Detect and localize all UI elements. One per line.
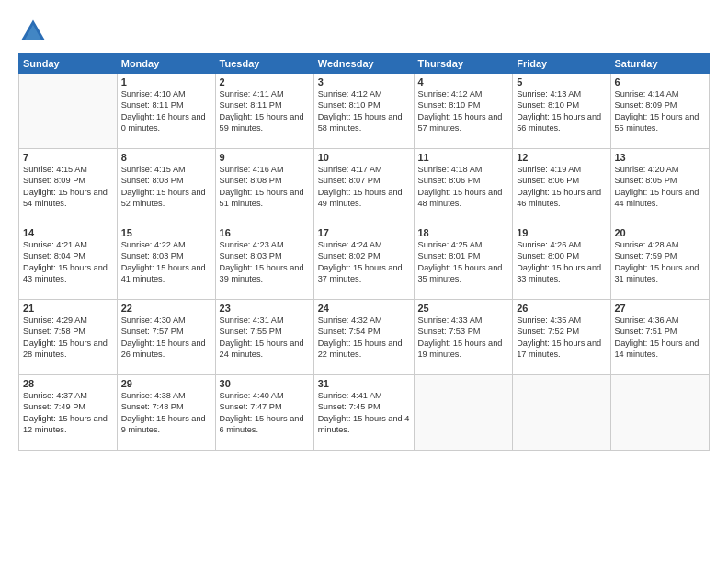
weekday-header-row: SundayMondayTuesdayWednesdayThursdayFrid… [19,54,710,74]
week-row-2: 7Sunrise: 4:15 AM Sunset: 8:09 PM Daylig… [19,149,710,224]
day-info: Sunrise: 4:13 AM Sunset: 8:10 PM Dayligh… [517,88,606,134]
calendar-cell: 14Sunrise: 4:21 AM Sunset: 8:04 PM Dayli… [19,224,118,300]
calendar-cell: 8Sunrise: 4:15 AM Sunset: 8:08 PM Daylig… [117,149,215,224]
calendar-cell: 26Sunrise: 4:35 AM Sunset: 7:52 PM Dayli… [513,300,610,375]
week-row-5: 28Sunrise: 4:37 AM Sunset: 7:49 PM Dayli… [19,375,710,451]
day-number: 4 [418,76,509,87]
day-info: Sunrise: 4:37 AM Sunset: 7:49 PM Dayligh… [23,390,113,436]
day-info: Sunrise: 4:23 AM Sunset: 8:03 PM Dayligh… [220,239,310,285]
day-info: Sunrise: 4:30 AM Sunset: 7:57 PM Dayligh… [121,315,211,361]
day-number: 8 [121,152,211,163]
calendar-cell: 13Sunrise: 4:20 AM Sunset: 8:05 PM Dayli… [610,149,710,224]
calendar-cell: 12Sunrise: 4:19 AM Sunset: 8:06 PM Dayli… [513,149,610,224]
day-info: Sunrise: 4:16 AM Sunset: 8:08 PM Dayligh… [220,164,310,210]
day-info: Sunrise: 4:40 AM Sunset: 7:47 PM Dayligh… [220,390,310,436]
calendar-cell: 25Sunrise: 4:33 AM Sunset: 7:53 PM Dayli… [414,300,513,375]
day-number: 16 [220,227,310,238]
day-info: Sunrise: 4:14 AM Sunset: 8:09 PM Dayligh… [615,88,706,134]
day-number: 28 [23,378,113,389]
day-info: Sunrise: 4:29 AM Sunset: 7:58 PM Dayligh… [23,315,113,361]
calendar-cell: 23Sunrise: 4:31 AM Sunset: 7:55 PM Dayli… [215,300,313,375]
logo-icon [18,17,48,46]
day-number: 18 [418,227,509,238]
day-number: 23 [220,303,310,314]
calendar-cell: 31Sunrise: 4:41 AM Sunset: 7:45 PM Dayli… [313,375,414,451]
calendar-cell: 16Sunrise: 4:23 AM Sunset: 8:03 PM Dayli… [215,224,313,300]
calendar-cell: 7Sunrise: 4:15 AM Sunset: 8:09 PM Daylig… [19,149,118,224]
day-number: 12 [517,152,606,163]
weekday-header-thursday: Thursday [414,54,513,74]
day-number: 10 [318,152,410,163]
weekday-header-tuesday: Tuesday [215,54,313,74]
day-number: 7 [23,152,113,163]
week-row-1: 1Sunrise: 4:10 AM Sunset: 8:11 PM Daylig… [19,74,710,149]
day-info: Sunrise: 4:24 AM Sunset: 8:02 PM Dayligh… [318,239,410,285]
calendar-cell: 2Sunrise: 4:11 AM Sunset: 8:11 PM Daylig… [215,74,313,149]
day-number: 2 [220,76,310,87]
day-number: 27 [615,303,706,314]
day-number: 20 [615,227,706,238]
header [18,17,710,46]
weekday-header-monday: Monday [117,54,215,74]
calendar-cell: 17Sunrise: 4:24 AM Sunset: 8:02 PM Dayli… [313,224,414,300]
day-number: 19 [517,227,606,238]
day-info: Sunrise: 4:15 AM Sunset: 8:08 PM Dayligh… [121,164,211,210]
day-number: 9 [220,152,310,163]
day-number: 6 [615,76,706,87]
day-number: 15 [121,227,211,238]
weekday-header-saturday: Saturday [610,54,710,74]
calendar-cell: 6Sunrise: 4:14 AM Sunset: 8:09 PM Daylig… [610,74,710,149]
day-info: Sunrise: 4:25 AM Sunset: 8:01 PM Dayligh… [418,239,509,285]
calendar-cell [513,375,610,451]
calendar-cell: 1Sunrise: 4:10 AM Sunset: 8:11 PM Daylig… [117,74,215,149]
calendar-cell: 30Sunrise: 4:40 AM Sunset: 7:47 PM Dayli… [215,375,313,451]
day-info: Sunrise: 4:19 AM Sunset: 8:06 PM Dayligh… [517,164,606,210]
week-row-4: 21Sunrise: 4:29 AM Sunset: 7:58 PM Dayli… [19,300,710,375]
day-number: 5 [517,76,606,87]
day-info: Sunrise: 4:20 AM Sunset: 8:05 PM Dayligh… [615,164,706,210]
page: SundayMondayTuesdayWednesdayThursdayFrid… [0,0,728,563]
day-info: Sunrise: 4:32 AM Sunset: 7:54 PM Dayligh… [318,315,410,361]
calendar-table: SundayMondayTuesdayWednesdayThursdayFrid… [18,53,710,451]
calendar-cell: 15Sunrise: 4:22 AM Sunset: 8:03 PM Dayli… [117,224,215,300]
day-number: 21 [23,303,113,314]
day-info: Sunrise: 4:11 AM Sunset: 8:11 PM Dayligh… [220,88,310,134]
calendar-cell: 27Sunrise: 4:36 AM Sunset: 7:51 PM Dayli… [610,300,710,375]
weekday-header-wednesday: Wednesday [313,54,414,74]
day-number: 11 [418,152,509,163]
day-info: Sunrise: 4:18 AM Sunset: 8:06 PM Dayligh… [418,164,509,210]
calendar-cell: 5Sunrise: 4:13 AM Sunset: 8:10 PM Daylig… [513,74,610,149]
calendar-cell: 4Sunrise: 4:12 AM Sunset: 8:10 PM Daylig… [414,74,513,149]
day-info: Sunrise: 4:28 AM Sunset: 7:59 PM Dayligh… [615,239,706,285]
day-info: Sunrise: 4:15 AM Sunset: 8:09 PM Dayligh… [23,164,113,210]
day-info: Sunrise: 4:12 AM Sunset: 8:10 PM Dayligh… [318,88,410,134]
calendar-cell: 20Sunrise: 4:28 AM Sunset: 7:59 PM Dayli… [610,224,710,300]
day-number: 13 [615,152,706,163]
calendar-cell: 22Sunrise: 4:30 AM Sunset: 7:57 PM Dayli… [117,300,215,375]
calendar-cell: 21Sunrise: 4:29 AM Sunset: 7:58 PM Dayli… [19,300,118,375]
day-info: Sunrise: 4:22 AM Sunset: 8:03 PM Dayligh… [121,239,211,285]
day-number: 25 [418,303,509,314]
day-info: Sunrise: 4:36 AM Sunset: 7:51 PM Dayligh… [615,315,706,361]
day-number: 24 [318,303,410,314]
weekday-header-friday: Friday [513,54,610,74]
day-info: Sunrise: 4:10 AM Sunset: 8:11 PM Dayligh… [121,88,211,134]
day-info: Sunrise: 4:17 AM Sunset: 8:07 PM Dayligh… [318,164,410,210]
day-number: 29 [121,378,211,389]
day-number: 3 [318,76,410,87]
calendar-cell: 24Sunrise: 4:32 AM Sunset: 7:54 PM Dayli… [313,300,414,375]
weekday-header-sunday: Sunday [19,54,118,74]
logo [18,17,51,46]
calendar-cell [414,375,513,451]
calendar-cell: 28Sunrise: 4:37 AM Sunset: 7:49 PM Dayli… [19,375,118,451]
calendar-cell: 19Sunrise: 4:26 AM Sunset: 8:00 PM Dayli… [513,224,610,300]
calendar-cell: 18Sunrise: 4:25 AM Sunset: 8:01 PM Dayli… [414,224,513,300]
day-info: Sunrise: 4:35 AM Sunset: 7:52 PM Dayligh… [517,315,606,361]
calendar-cell: 10Sunrise: 4:17 AM Sunset: 8:07 PM Dayli… [313,149,414,224]
day-number: 14 [23,227,113,238]
day-info: Sunrise: 4:33 AM Sunset: 7:53 PM Dayligh… [418,315,509,361]
day-number: 26 [517,303,606,314]
day-number: 31 [318,378,410,389]
calendar-cell: 3Sunrise: 4:12 AM Sunset: 8:10 PM Daylig… [313,74,414,149]
day-number: 30 [220,378,310,389]
